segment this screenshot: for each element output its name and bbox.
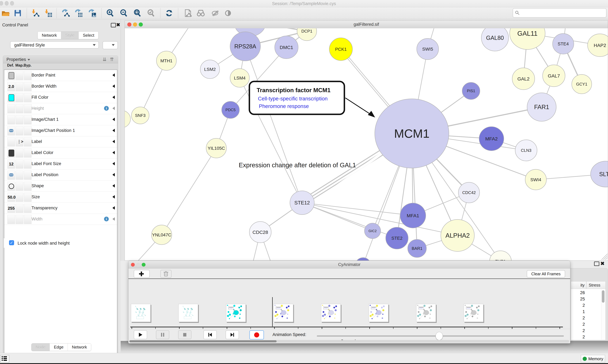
expand-property-icon[interactable] <box>112 106 115 110</box>
timeline-scrollbar[interactable] <box>129 340 569 343</box>
hide-details-icon[interactable] <box>211 9 220 18</box>
default-swatch[interactable] <box>9 72 14 79</box>
expand-property-icon[interactable] <box>112 173 115 176</box>
tab-style[interactable]: Style <box>61 32 79 39</box>
export-network-icon[interactable] <box>61 9 70 18</box>
network-node-MFA1[interactable]: MFA1 <box>400 203 426 228</box>
record-button[interactable] <box>249 330 264 339</box>
network-node-CDC42[interactable]: CDC42 <box>458 182 480 203</box>
network-edge[interactable] <box>162 148 216 235</box>
mcm1-annotation[interactable]: Transcription factor MCM1Cell-type-speci… <box>249 81 375 117</box>
expand-all-icon[interactable]: ⇊ <box>103 56 107 63</box>
refresh-icon[interactable] <box>165 9 174 18</box>
network-node-leftcut[interactable] <box>125 110 130 128</box>
collapse-all-icon[interactable]: ⇈ <box>110 56 114 63</box>
go-to-end-button[interactable] <box>226 330 239 339</box>
network-node-HAP2[interactable]: HAP2 <box>588 34 608 57</box>
frame-thumbnail-4[interactable] <box>321 304 341 322</box>
network-node-PIS1[interactable]: PIS1 <box>462 82 480 99</box>
export-table-icon[interactable] <box>74 9 83 18</box>
expand-property-icon[interactable] <box>112 84 115 88</box>
frame-thumbnail-7[interactable] <box>464 304 484 322</box>
property-row-image-chart-position-1[interactable]: Image/Chart Position 1 <box>4 125 117 136</box>
table-cell[interactable]: 2 <box>572 328 585 333</box>
expand-property-icon[interactable] <box>112 151 115 154</box>
tab-network[interactable]: Network <box>68 343 91 351</box>
frame-thumbnail-2[interactable] <box>226 304 246 322</box>
control-panel-close-icon[interactable]: ✖ <box>116 22 120 27</box>
property-row-label-position[interactable]: Label Position <box>4 169 117 181</box>
property-row-label-color[interactable]: Label Color <box>4 147 117 158</box>
frame-thumbnail-3[interactable] <box>274 304 293 322</box>
column-header[interactable]: ity <box>572 283 585 288</box>
import-network-icon[interactable] <box>31 9 40 18</box>
network-node-bottomcut[interactable] <box>356 258 371 260</box>
annotation-link[interactable]: Pheromone response <box>259 103 309 109</box>
network-node-LSM4[interactable]: LSM4 <box>230 69 249 87</box>
network-node-GAL80[interactable]: GAL80 <box>481 28 509 51</box>
table-cell[interactable]: 2 <box>572 303 585 308</box>
memory-button[interactable]: Memory <box>581 355 605 363</box>
network-window-titlebar[interactable]: galFiltered.sif <box>125 21 608 28</box>
default-swatch[interactable] <box>9 94 14 101</box>
network-node-STE2[interactable]: STE2 <box>386 227 408 249</box>
go-to-start-button[interactable] <box>204 330 217 339</box>
tab-select[interactable]: Select <box>79 32 98 39</box>
control-panel-float-icon[interactable] <box>111 23 116 27</box>
network-edge[interactable] <box>245 46 302 203</box>
network-node-CLN3[interactable]: CLN3 <box>515 140 537 161</box>
network-node-GAL7[interactable]: GAL7 <box>543 65 565 87</box>
network-node-YNL047C[interactable]: YNL047C <box>152 225 172 245</box>
open-folder-icon[interactable] <box>1 9 10 18</box>
info-icon[interactable]: i <box>104 217 109 221</box>
frame-thumbnail-1[interactable] <box>179 304 198 322</box>
expand-property-icon[interactable] <box>112 195 115 199</box>
search-input[interactable] <box>513 8 607 18</box>
timeline-playhead[interactable] <box>272 297 273 326</box>
default-value[interactable]: 255 <box>8 206 15 211</box>
binoculars-icon[interactable] <box>196 9 205 18</box>
network-node-STE12[interactable]: STE12 <box>290 191 314 215</box>
property-row-label[interactable]: ⋮>Label <box>4 136 117 147</box>
property-row-shape[interactable]: Shape <box>4 181 117 192</box>
frame-thumbnail-0[interactable] <box>131 304 151 322</box>
network-node-FAR1[interactable]: FAR1 <box>527 93 556 121</box>
task-history-button[interactable] <box>0 355 9 363</box>
network-node-DMC1[interactable]: DMC1 <box>275 36 298 59</box>
network-node-CDC28[interactable]: CDC28 <box>249 221 271 243</box>
frame-thumbnail-5[interactable] <box>369 304 388 322</box>
table-cell[interactable]: 25 <box>572 297 585 301</box>
table-panel-close-icon[interactable]: ✖ <box>600 260 605 266</box>
property-row-image-chart-1[interactable]: Image/Chart 1 <box>4 114 117 125</box>
network-node-MCM1[interactable]: MCM1 <box>375 99 449 168</box>
network-node-GAL11[interactable]: GAL11 <box>510 28 545 50</box>
property-row-width[interactable]: Widthi <box>4 214 117 225</box>
default-value[interactable]: 2.0 <box>8 84 15 89</box>
column-header[interactable]: Stress <box>589 283 600 288</box>
network-node-LSM2[interactable]: LSM2 <box>200 60 220 78</box>
style-options-button[interactable] <box>103 41 118 49</box>
table-cell[interactable]: 2 <box>572 335 585 339</box>
expand-property-icon[interactable] <box>112 140 115 143</box>
property-row-border-width[interactable]: 2.0Border Width <box>4 81 117 92</box>
network-node-STE4[interactable]: STE4 <box>553 34 574 54</box>
property-row-border-paint[interactable]: Border Paint <box>4 70 117 81</box>
network-node-DCP1[interactable]: DCP1 <box>297 28 317 41</box>
stop-button[interactable] <box>178 330 192 339</box>
lock-size-checkbox[interactable]: ✓ <box>9 240 14 245</box>
table-cell[interactable]: 2 <box>572 316 585 321</box>
expand-property-icon[interactable] <box>112 184 115 188</box>
zoom-in-icon[interactable] <box>106 9 115 18</box>
delete-frame-button[interactable] <box>160 270 171 278</box>
expand-property-icon[interactable] <box>112 206 115 210</box>
network-node-SNF3[interactable]: SNF3 <box>131 107 149 124</box>
network-node-SLT2[interactable]: SLT2 <box>591 161 608 187</box>
property-row-fill-color[interactable]: Fill Color <box>4 92 117 103</box>
cyanimator-titlebar[interactable]: CyAnimator <box>128 261 570 269</box>
animation-speed-handle[interactable] <box>436 332 443 340</box>
network-node-PDC5[interactable]: PDC5 <box>222 101 239 118</box>
network-node-GAL2[interactable]: GAL2 <box>512 68 535 90</box>
zoom-selected-icon[interactable] <box>147 9 155 18</box>
network-node-MTH1[interactable]: MTH1 <box>156 51 176 70</box>
network-node-TUP1[interactable]: TUP1 <box>490 251 511 260</box>
